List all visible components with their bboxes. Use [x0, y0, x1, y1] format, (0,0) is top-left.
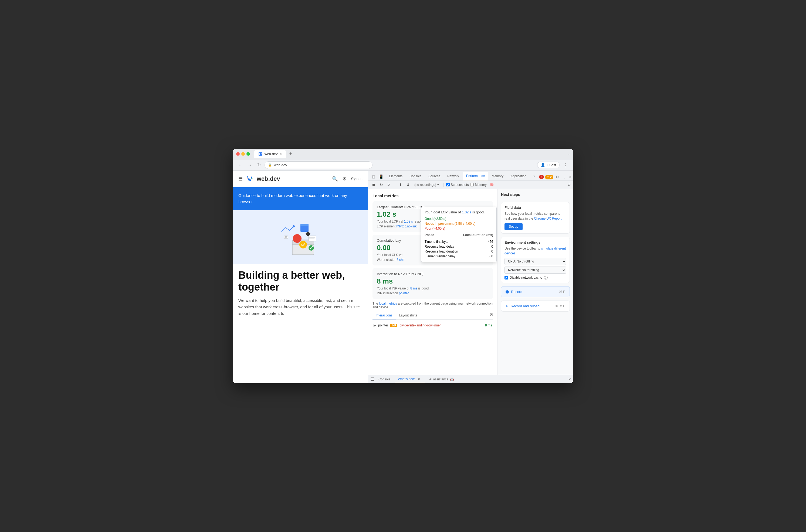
- interactions-tabs: Interactions Layout shifts ⊘: [373, 312, 493, 320]
- address-bar[interactable]: 🔒 web.dev: [264, 161, 373, 169]
- device-toolbar-button[interactable]: 📱: [377, 173, 385, 180]
- bottom-menu-icon[interactable]: ☰: [370, 377, 374, 382]
- interactions-filter-icon[interactable]: ⊘: [490, 312, 493, 319]
- maximize-button[interactable]: [246, 152, 250, 156]
- hero-banner: Guidance to build modern web experiences…: [233, 187, 368, 210]
- user-button[interactable]: 👤 Guest: [537, 162, 560, 168]
- tab-memory[interactable]: Memory: [489, 172, 507, 180]
- simulate-devices-link[interactable]: simulate different devices: [505, 247, 566, 255]
- tab-application[interactable]: Application: [507, 172, 530, 180]
- setup-button[interactable]: Set up: [505, 223, 523, 230]
- theme-icon[interactable]: ☀: [342, 176, 346, 182]
- browser-tab[interactable]: web.dev ×: [254, 150, 286, 158]
- user-icon: 👤: [541, 163, 545, 167]
- devtools-body: Local metrics Largest Contentful Paint (…: [368, 189, 573, 375]
- upload-button[interactable]: ⬆: [398, 182, 404, 188]
- tab-close-button[interactable]: ×: [280, 152, 282, 156]
- phase-rld: Resource load delay0: [425, 244, 493, 249]
- back-button[interactable]: ←: [236, 162, 244, 169]
- bottom-tab-whats-new[interactable]: What's new ×: [395, 375, 425, 383]
- selector-tool-button[interactable]: ⊡: [370, 173, 377, 180]
- search-icon[interactable]: 🔍: [332, 176, 338, 182]
- next-steps-title: Next steps: [501, 192, 570, 197]
- expand-icon[interactable]: ▶: [374, 323, 376, 327]
- threshold-needs: Needs improvement (2.50 s-4.00 s): [425, 221, 493, 226]
- record-button-card[interactable]: Record ⌘ E: [501, 286, 570, 297]
- bottom-close-all-button[interactable]: ×: [568, 377, 571, 382]
- devtools-more-button[interactable]: ⋮: [561, 174, 567, 180]
- toolbar-settings-icon[interactable]: ⚙: [567, 183, 571, 187]
- window-menu-icon[interactable]: ⌄: [567, 152, 570, 156]
- tab-console[interactable]: Console: [406, 172, 425, 180]
- tab-elements[interactable]: ⊡Elements: [386, 172, 406, 180]
- screenshots-checkbox-input[interactable]: [446, 183, 450, 186]
- minimize-button[interactable]: [241, 152, 245, 156]
- inp-badge: INP: [390, 324, 398, 327]
- disable-cache-checkbox[interactable]: [505, 276, 508, 280]
- whats-new-close-icon[interactable]: ×: [416, 376, 421, 382]
- info-icon[interactable]: ?: [544, 276, 548, 280]
- browser-window: web.dev × + ⌄ ← → ↻ 🔒 web.dev 👤 Guest ⋮ …: [233, 149, 573, 383]
- env-title: Environment settings: [505, 240, 566, 244]
- hamburger-icon[interactable]: ☰: [238, 176, 243, 182]
- web-header: ☰ web.dev 🔍 ☀ Sign in: [233, 171, 368, 187]
- lcp-card: Largest Contentful Paint (LCP) 1.02 s Yo…: [373, 201, 493, 232]
- recording-select[interactable]: (no recordings) ▾: [413, 183, 441, 187]
- close-button[interactable]: [236, 152, 240, 156]
- browser-more-button[interactable]: ⋮: [562, 161, 570, 169]
- record-button[interactable]: ⏺: [370, 182, 377, 188]
- toolbar-separator-2: [443, 183, 444, 187]
- record-button-text: Record: [506, 290, 522, 294]
- devtools-close-button[interactable]: ×: [568, 174, 573, 180]
- network-throttle-row: Network: No throttling Fast 4G Slow 4G: [505, 267, 566, 273]
- inp-card: Interaction to Next Paint (INP) 8 ms You…: [373, 268, 493, 299]
- tab-interactions[interactable]: Interactions: [373, 312, 396, 319]
- cls-cluster-link[interactable]: 3 shifts: [396, 258, 407, 262]
- clear-button[interactable]: ⊘: [386, 182, 392, 188]
- bottom-tab-ai[interactable]: AI assistance 🤖: [426, 376, 457, 382]
- inp-pointer-link[interactable]: pointer: [399, 291, 409, 295]
- cpu-throttle-select[interactable]: CPU: No throttling 4x slowdown 6x slowdo…: [505, 258, 566, 265]
- bottom-tab-console[interactable]: Console: [375, 376, 394, 382]
- memory-checkbox[interactable]: Memory: [470, 183, 486, 187]
- local-metrics-link[interactable]: local metrics: [379, 302, 397, 305]
- tab-more[interactable]: »: [530, 172, 539, 180]
- inp-label: Interaction to Next Paint (INP): [377, 272, 489, 276]
- tab-sources[interactable]: Sources: [425, 172, 444, 180]
- tooltip-phase-header: Phase Local duration (ms): [425, 233, 493, 238]
- inp-interaction: INP interaction pointer: [377, 291, 489, 295]
- chrome-ux-link[interactable]: Chrome UX Report: [534, 216, 561, 221]
- right-panel: Next steps Field data See how your local…: [498, 189, 573, 375]
- record-reload-card[interactable]: ↻ Record and reload ⌘ ⇧ E: [501, 301, 570, 311]
- field-data-desc: See how your local metrics compare to re…: [505, 211, 566, 221]
- tab-performance[interactable]: Performance: [463, 172, 488, 180]
- tab-layout-shifts[interactable]: Layout shifts: [396, 312, 420, 319]
- address-lock-icon: 🔒: [268, 163, 272, 167]
- svg-rect-4: [300, 224, 308, 226]
- main-area: ☰ web.dev 🔍 ☀ Sign in Guidanc: [233, 171, 573, 383]
- memory-checkbox-input[interactable]: [470, 183, 474, 186]
- download-button[interactable]: ⬇: [405, 182, 411, 188]
- inp-desc: Your local INP value of 8 ms is good.: [377, 286, 489, 290]
- webpage: ☰ web.dev 🔍 ☀ Sign in Guidanc: [233, 171, 368, 383]
- screenshots-checkbox[interactable]: Screenshots: [446, 183, 469, 187]
- network-throttle-select[interactable]: Network: No throttling Fast 4G Slow 4G: [505, 267, 566, 273]
- env-settings-card: Environment settings Use the device tool…: [501, 237, 570, 283]
- tooltip-value: 1.02 s: [462, 210, 471, 214]
- hero-image: [233, 210, 368, 264]
- tooltip-thresholds: Good (≤2.50 s) Needs improvement (2.50 s…: [425, 216, 493, 231]
- threshold-poor: Poor (>4.00 s): [425, 226, 493, 231]
- tab-network[interactable]: Network: [444, 172, 462, 180]
- user-label: Guest: [547, 163, 556, 167]
- record-dot-icon: [506, 290, 509, 293]
- logo-text: web.dev: [257, 175, 280, 183]
- devtools-panel: ⊡ 📱 ⊡Elements Console Sources Network Pe…: [368, 171, 573, 383]
- settings-button[interactable]: ⚙: [555, 174, 560, 180]
- lcp-toc-link[interactable]: toc.no-link: [402, 225, 417, 228]
- refresh-button[interactable]: ↻: [256, 161, 262, 169]
- forward-button[interactable]: →: [246, 162, 254, 169]
- reload-record-button[interactable]: ↻: [378, 182, 385, 188]
- sign-in-button[interactable]: Sign in: [351, 177, 362, 181]
- warn-badge: ⚠2: [545, 175, 554, 179]
- new-tab-button[interactable]: +: [287, 151, 294, 157]
